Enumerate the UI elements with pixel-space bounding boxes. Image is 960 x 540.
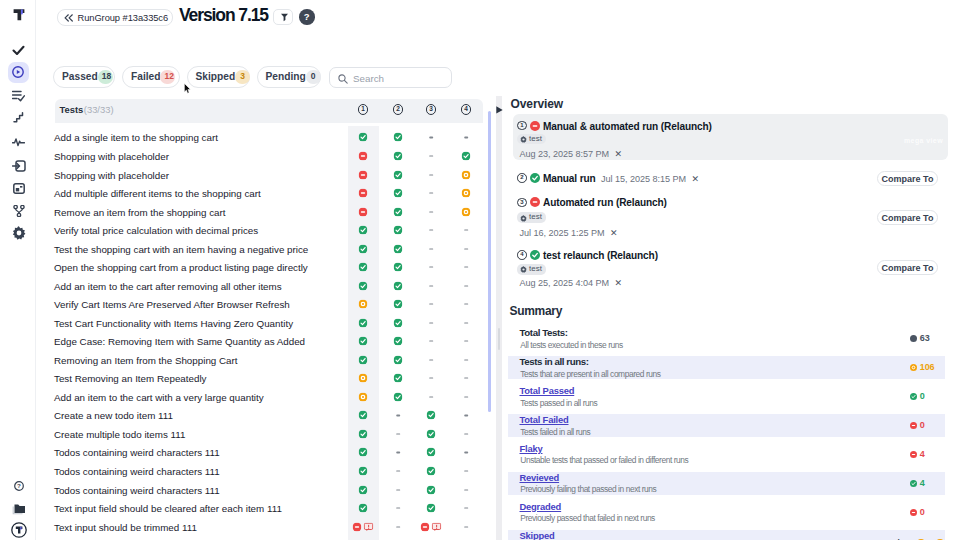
svg-text:?: ? [17,482,21,489]
